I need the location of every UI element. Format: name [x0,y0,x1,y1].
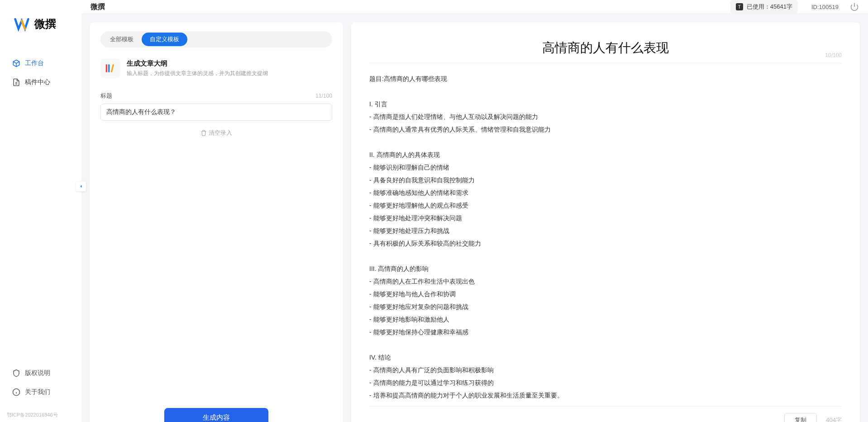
field-char-count: 11/100 [315,93,332,99]
input-panel: 全部模板 自定义模板 生成文章大纲 输入标题，为你提供文章主体的灵感，并为其创建… [90,22,343,422]
output-panel: 高情商的人有什么表现 10/100 题目:高情商的人有哪些表现 I. 引言 - … [351,22,860,422]
topbar: 微撰 T 已使用： 45641字 ID:100519 [81,0,868,14]
generate-button[interactable]: 生成内容 [164,408,268,422]
sidebar-item-label: 工作台 [25,59,44,67]
collapse-sidebar-handle[interactable] [76,181,86,191]
clear-label: 清空录入 [209,129,232,137]
template-tabs: 全部模板 自定义模板 [100,31,332,47]
icp-text: 鄂ICP备2022016946号 [0,412,81,422]
output-body: 题目:高情商的人有哪些表现 I. 引言 - 高情商是指人们处理情绪、与他人互动以… [369,72,842,402]
clear-input-button[interactable]: 清空录入 [100,129,332,137]
output-char-count: 404字 [826,416,842,422]
copy-button[interactable]: 复制 [784,413,817,422]
sidebar-item-label: 稿件中心 [25,78,50,86]
document-icon [12,78,20,86]
power-icon[interactable] [850,2,859,11]
sidebar-item-about[interactable]: 关于我们 [7,384,75,401]
usage-prefix: 已使用： [747,3,770,11]
sidebar-item-drafts[interactable]: 稿件中心 [7,74,75,91]
logo-text: 微撰 [34,17,56,31]
user-id: ID:100519 [811,4,839,10]
logo: 微撰 [0,16,81,55]
sidebar-item-label: 关于我们 [25,388,50,396]
tab-all-templates[interactable]: 全部模板 [102,33,142,46]
template-title: 生成文章大纲 [127,59,268,68]
output-title-count: 10/100 [825,52,842,58]
tab-custom-templates[interactable]: 自定义模板 [142,33,187,46]
sidebar-item-copyright[interactable]: 版权说明 [7,365,75,382]
sidebar-item-label: 版权说明 [25,369,50,377]
template-desc: 输入标题，为你提供文章主体的灵感，并为其创建推文提纲 [127,70,268,77]
cube-icon [12,59,20,67]
template-icon [100,58,120,78]
info-icon [12,388,20,396]
shield-icon [12,369,20,377]
field-label: 标题 [100,92,112,100]
title-input[interactable] [100,104,332,121]
text-icon: T [736,3,743,10]
usage-badge[interactable]: T 已使用： 45641字 [730,0,798,14]
output-title: 高情商的人有什么表现 10/100 [369,31,842,63]
trash-icon [200,130,207,136]
usage-value: 45641字 [770,3,792,11]
sidebar-item-workspace[interactable]: 工作台 [7,55,75,72]
template-header: 生成文章大纲 输入标题，为你提供文章主体的灵感，并为其创建推文提纲 [100,58,332,78]
logo-icon [14,16,30,32]
page-title: 微撰 [91,2,105,12]
sidebar: 微撰 工作台 稿件中心 版权说明 [0,0,81,422]
